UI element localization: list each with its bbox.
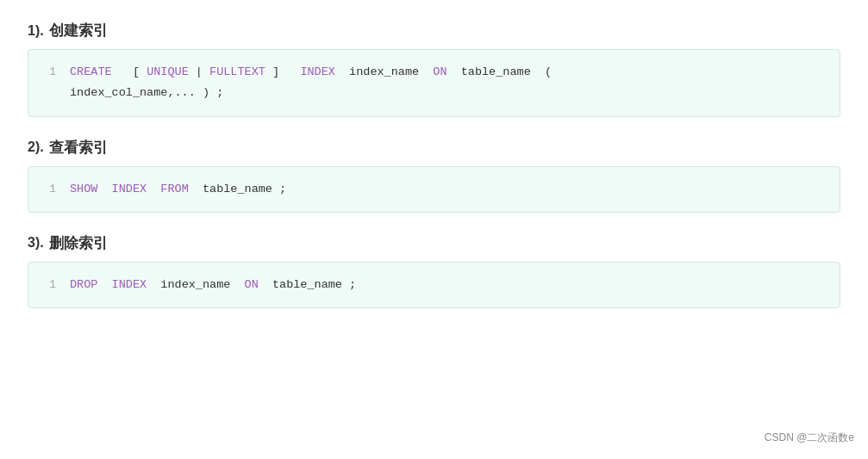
watermark: CSDN @二次函数e: [765, 431, 854, 445]
code-line-2: 1 SHOW INDEX FROM table_name ;: [28, 179, 826, 200]
code-line-1: 1 CREATE [ UNIQUE | FULLTEXT ] INDEX ind…: [28, 62, 826, 83]
code-content-3: DROP INDEX index_name ON table_name ;: [70, 275, 356, 295]
section-show-index: 2). 查看索引 1 SHOW INDEX FROM table_name ;: [28, 138, 840, 213]
code-content-1: CREATE [ UNIQUE | FULLTEXT ] INDEX index…: [70, 62, 552, 83]
code-line-1-cont: index_col_name,... ) ;: [28, 83, 826, 103]
section-label-show: 查看索引: [49, 138, 108, 158]
section-label-drop: 删除索引: [49, 233, 108, 253]
code-block-show: 1 SHOW INDEX FROM table_name ;: [28, 166, 840, 213]
section-number-3: 3).: [28, 235, 44, 251]
section-drop-index: 3). 删除索引 1 DROP INDEX index_name ON tabl…: [28, 233, 840, 308]
code-block-create: 1 CREATE [ UNIQUE | FULLTEXT ] INDEX ind…: [28, 49, 840, 117]
section-title-create: 1). 创建索引: [28, 21, 840, 40]
section-number-1: 1).: [28, 23, 44, 39]
code-line-3: 1 DROP INDEX index_name ON table_name ;: [28, 275, 826, 295]
section-number-2: 2).: [28, 140, 44, 155]
section-title-show: 2). 查看索引: [28, 138, 840, 158]
code-content-2: SHOW INDEX FROM table_name ;: [70, 179, 286, 200]
section-label-create: 创建索引: [49, 21, 108, 40]
line-number-2: 1: [28, 179, 70, 200]
section-title-drop: 3). 删除索引: [28, 233, 840, 253]
section-create-index: 1). 创建索引 1 CREATE [ UNIQUE | FULLTEXT ] …: [28, 21, 840, 117]
code-block-drop: 1 DROP INDEX index_name ON table_name ;: [28, 262, 840, 308]
line-number-3: 1: [28, 275, 70, 295]
code-content-1-cont: index_col_name,... ) ;: [70, 83, 223, 103]
line-number-1: 1: [28, 62, 70, 83]
